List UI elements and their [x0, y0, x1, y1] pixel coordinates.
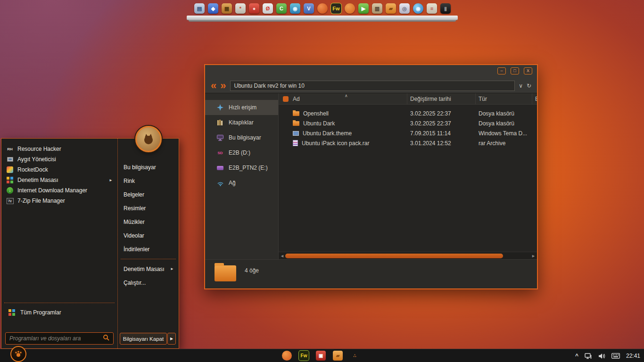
- phone-icon[interactable]: ▮: [440, 3, 451, 14]
- status-bar: 4 öğe: [205, 259, 537, 288]
- menu-item-pictures[interactable]: Resimler: [118, 201, 179, 215]
- keyboard-icon[interactable]: [611, 353, 620, 359]
- back-button[interactable]: «: [211, 81, 216, 90]
- column-header-date[interactable]: Değiştirme tarihi: [407, 93, 476, 104]
- menu-item-control-panel-right[interactable]: Denetim Masası ►: [118, 262, 179, 276]
- menu-item-user-rink[interactable]: Rink: [118, 174, 179, 188]
- sidebar-item-this-pc[interactable]: Bu bilgisayar: [205, 130, 278, 145]
- menu-item-rocketdock[interactable]: RocketDock: [1, 165, 117, 175]
- menu-item-resource-hacker[interactable]: RH Resource Hacker: [1, 144, 117, 154]
- firefox-dock-icon[interactable]: [317, 3, 328, 14]
- user-avatar[interactable]: [135, 126, 162, 152]
- maximize-button[interactable]: □: [511, 67, 519, 74]
- sidebar-item-drive-d[interactable]: SD E2B (D:): [205, 145, 278, 160]
- menu-item-music[interactable]: Müzikler: [118, 215, 179, 229]
- column-header-name[interactable]: Ad ∧: [279, 93, 407, 104]
- titlebar[interactable]: – □ X: [205, 65, 537, 78]
- address-dropdown-icon[interactable]: ∨: [519, 82, 523, 89]
- minimize-button[interactable]: –: [497, 67, 506, 74]
- fireworks-dock-icon[interactable]: Fw: [331, 3, 341, 14]
- scroll-left-arrow[interactable]: ◄: [280, 254, 284, 258]
- start-menu: RH Resource Hacker Aygıt Yöneticisi Rock…: [1, 138, 179, 349]
- rocketdock-taskbar-icon[interactable]: ∴: [350, 351, 360, 361]
- folder-icon: [293, 121, 299, 126]
- theme-file-icon: [293, 131, 299, 136]
- column-header-type[interactable]: Tür: [476, 93, 532, 104]
- menu-item-downloads[interactable]: İndirilenler: [118, 242, 179, 256]
- green-c-icon[interactable]: C: [276, 3, 287, 14]
- globe-icon[interactable]: ◉: [290, 3, 300, 14]
- red-media-icon[interactable]: ●: [249, 3, 259, 14]
- resource-hacker-dock-icon[interactable]: ≡: [427, 3, 437, 14]
- fireworks-taskbar-icon[interactable]: Fw: [299, 351, 309, 361]
- wifi-icon: [216, 180, 224, 186]
- dock-icons: ▤◆▦*●ØC◉VFw▶▥▰◎◉≡▮: [194, 3, 451, 14]
- media-player-icon[interactable]: ▶: [358, 3, 369, 14]
- horizontal-scrollbar[interactable]: ◄ ►: [279, 252, 537, 259]
- folder-dock-icon[interactable]: ▰: [386, 3, 396, 14]
- taskbar-clock[interactable]: 22:41: [626, 353, 640, 359]
- shutdown-options-arrow[interactable]: ▶: [167, 333, 176, 345]
- package-box-icon[interactable]: ▦: [222, 3, 232, 14]
- setup-wizard-icon[interactable]: ▤: [194, 3, 205, 14]
- firefox-taskbar-icon[interactable]: [282, 351, 292, 361]
- file-date: 3.02.2025 22:37: [407, 120, 476, 127]
- sidebar-item-network[interactable]: Ağ: [205, 175, 278, 190]
- search-box[interactable]: Programları ve dosyaları ara: [5, 332, 114, 345]
- resource-hacker-icon: RH: [6, 145, 14, 153]
- orange-ball-icon[interactable]: [345, 3, 355, 14]
- no-entry-icon[interactable]: Ø: [263, 3, 273, 14]
- column-header-size[interactable]: Boy: [532, 93, 537, 104]
- menu-item-7zip[interactable]: 7z 7-Zip File Manager: [1, 196, 117, 206]
- file-row[interactable]: Ubuntu iPack icon pack.rar 3.01.2024 12:…: [279, 138, 537, 148]
- menu-item-run[interactable]: Çalıştır...: [118, 276, 179, 289]
- start-button[interactable]: [10, 346, 26, 362]
- dock: ▤◆▦*●ØC◉VFw▶▥▰◎◉≡▮: [187, 0, 458, 23]
- explorer-taskbar-icon[interactable]: ▰: [333, 351, 343, 361]
- sidebar-item-drive-e[interactable]: E2B_PTN2 (E:): [205, 160, 278, 175]
- menu-item-videos[interactable]: Videolar: [118, 229, 179, 242]
- sidebar-item-quick-access[interactable]: Hızlı erişim: [205, 100, 278, 115]
- explorer-main: Hızlı erişim Kitaplıklar Bu bilgisayar S…: [205, 93, 537, 259]
- menu-item-label: Denetim Masası: [124, 266, 165, 272]
- pinned-programs: RH Resource Hacker Aygıt Yöneticisi Rock…: [1, 139, 117, 206]
- vmware-icon[interactable]: V: [304, 3, 314, 14]
- taskbar-icons: Fw▣▰∴: [282, 351, 360, 361]
- file-row[interactable]: Ubuntu Dark.theme 7.09.2015 11:14 Window…: [279, 128, 537, 138]
- scrollbar-thumb[interactable]: [285, 254, 503, 258]
- scroll-right-arrow[interactable]: ►: [531, 254, 536, 258]
- refresh-icon[interactable]: ↻: [527, 82, 531, 89]
- menu-item-this-pc[interactable]: Bu bilgisayar: [118, 160, 179, 174]
- folder-icon: [293, 111, 299, 116]
- menu-item-idm[interactable]: ↓ Internet Download Manager: [1, 185, 117, 196]
- disc-icon[interactable]: ◎: [399, 3, 410, 14]
- menu-item-documents[interactable]: Belgeler: [118, 188, 179, 201]
- file-date: 3.02.2025 22:37: [407, 110, 476, 117]
- address-text: Ubuntu Dark rev2 for win 10: [234, 82, 305, 89]
- idm-icon: ↓: [6, 187, 14, 194]
- file-name: Ubuntu iPack icon pack.rar: [302, 140, 369, 147]
- sidebar-item-libraries[interactable]: Kitaplıklar: [205, 115, 278, 130]
- media-taskbar-icon[interactable]: ▣: [316, 351, 326, 361]
- film-reel-icon[interactable]: ▥: [372, 3, 382, 14]
- blue-app-icon[interactable]: ◆: [208, 3, 218, 14]
- all-programs-button[interactable]: Tüm Programlar: [1, 307, 117, 318]
- blue-browser-icon[interactable]: ◉: [413, 3, 423, 14]
- network-icon[interactable]: [585, 353, 592, 359]
- menu-item-device-manager[interactable]: Aygıt Yöneticisi: [1, 154, 117, 165]
- header-marker-icon: [283, 96, 289, 102]
- search-icon[interactable]: [103, 334, 109, 343]
- forward-button[interactable]: »: [220, 81, 226, 90]
- column-label: Tür: [479, 96, 487, 102]
- volume-icon[interactable]: [598, 353, 605, 359]
- close-button[interactable]: X: [524, 67, 532, 74]
- rar-archive-icon: [293, 140, 298, 146]
- menu-item-control-panel[interactable]: Denetim Masası ►: [1, 175, 117, 185]
- file-row[interactable]: Openshell 3.02.2025 22:37 Dosya klasörü: [279, 108, 537, 118]
- shutdown-button[interactable]: Bilgisayarı Kapat: [120, 333, 167, 345]
- tray-chevron-up-icon[interactable]: ^: [575, 354, 578, 358]
- installer-disc-icon[interactable]: *: [235, 3, 246, 14]
- address-bar[interactable]: Ubuntu Dark rev2 for win 10: [230, 81, 515, 91]
- all-programs-icon: [8, 309, 16, 316]
- file-row[interactable]: Ubuntu Dark 3.02.2025 22:37 Dosya klasör…: [279, 118, 537, 128]
